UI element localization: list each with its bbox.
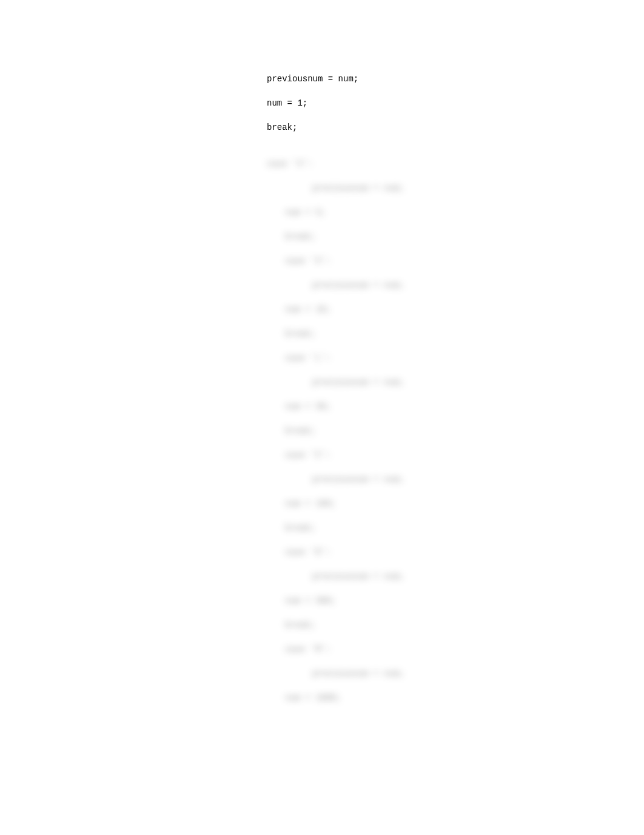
blurred-line: case 'D': bbox=[267, 540, 644, 564]
blurred-line: num = 50; bbox=[267, 394, 644, 419]
code-line: num = 1; bbox=[267, 91, 644, 115]
code-line: break; bbox=[267, 115, 644, 140]
blurred-line: case 'C': bbox=[267, 443, 644, 467]
blurred-line: previousnum = num; bbox=[267, 564, 644, 589]
blurred-line: previousnum = num; bbox=[267, 273, 644, 297]
blurred-line: break; bbox=[267, 613, 644, 637]
blurred-line: break; bbox=[267, 419, 644, 443]
blurred-line: num = 500; bbox=[267, 589, 644, 613]
blurred-line: case 'L': bbox=[267, 346, 644, 370]
blurred-line: previousnum = num; bbox=[267, 467, 644, 492]
code-line: previousnum = num; bbox=[267, 67, 644, 91]
blurred-line: previousnum = num; bbox=[267, 176, 644, 200]
blurred-line: num = 1000; bbox=[267, 686, 644, 710]
blurred-line: previousnum = num; bbox=[267, 370, 644, 394]
blurred-line: num = 100; bbox=[267, 492, 644, 516]
blurred-line: previousnum = num; bbox=[267, 661, 644, 686]
blurred-line: num = 5; bbox=[267, 200, 644, 225]
blurred-line: break; bbox=[267, 322, 644, 346]
blurred-line: break; bbox=[267, 516, 644, 540]
blurred-line: case 'X': bbox=[267, 249, 644, 273]
blurred-line: case 'X': bbox=[267, 152, 644, 176]
blurred-code-block: case 'X': previousnum = num; num = 5; br… bbox=[267, 152, 644, 710]
blurred-line: break; bbox=[267, 225, 644, 249]
code-block: previousnum = num; num = 1; break; bbox=[267, 67, 644, 140]
blurred-line: num = 10; bbox=[267, 297, 644, 322]
blurred-line: case 'M': bbox=[267, 637, 644, 661]
